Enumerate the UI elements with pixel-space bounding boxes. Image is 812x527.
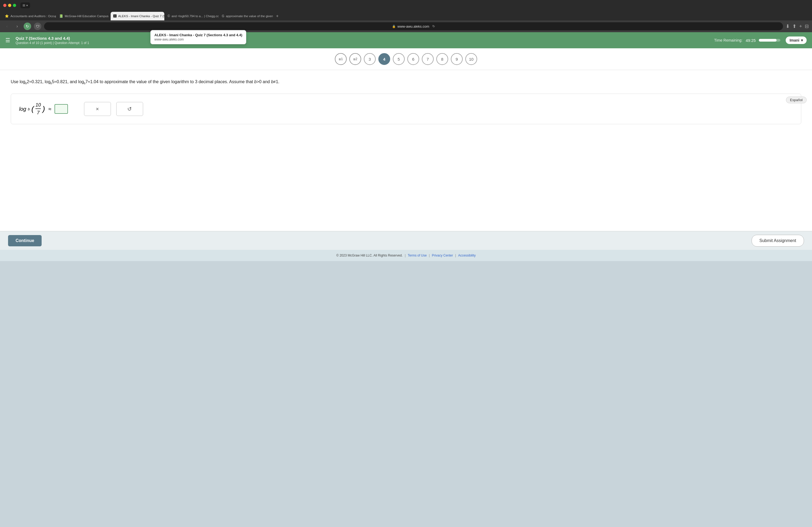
timer-area: Time Remaining: 49:25 [714, 38, 781, 43]
browser-tabs: ⭐ Accountants and Auditors : Occupationa… [0, 11, 812, 20]
q-num-label: 1 [341, 57, 343, 61]
open-paren: ( [31, 105, 34, 113]
q-num-label: 5 [398, 57, 400, 61]
tab-label: and =logb50.794 to a... | Chegg.com [172, 15, 219, 18]
keypad: × ↺ [84, 102, 143, 116]
main-content: Use logb2≈0.321, logb5≈0.821, and logb7≈… [0, 70, 812, 231]
continue-button[interactable]: Continue [8, 235, 42, 246]
tab-chegg[interactable]: © and =logb50.794 to a... | Chegg.com [165, 12, 219, 20]
question-navigation: Español ≡ 1 ≡ 2 3 4 5 6 7 8 9 10 [0, 48, 812, 70]
tab-label: Accountants and Auditors : Occupational … [11, 15, 56, 18]
log-base: b [28, 107, 30, 111]
tab-favicon: 🅰 [113, 14, 117, 18]
question-text: Use logb2≈0.321, logb5≈0.821, and logb7≈… [11, 78, 801, 86]
timer-value: 49:25 [746, 38, 756, 43]
timer-label: Time Remaining: [714, 38, 742, 42]
timer-bar-fill [759, 39, 777, 42]
espanol-button[interactable]: Español [786, 96, 807, 103]
question-nav-9[interactable]: 9 [451, 53, 463, 65]
download-icon[interactable]: ⬇ [786, 23, 790, 29]
shield-icon: 🛡 [34, 22, 41, 30]
tab-label: approximate the value of the given logar… [226, 15, 273, 18]
question-nav-1[interactable]: ≡ 1 [335, 53, 347, 65]
browser-toolbar: ‹ › ↻ 🛡 🔒 www-awu.aleks.com ↻ ⬇ ⬆ + ⊟ [0, 20, 812, 32]
undo-icon: ↺ [127, 106, 132, 112]
q-num-label: 8 [441, 57, 443, 61]
browser-window-controls: ⊞ ▾ [0, 0, 812, 11]
tab-label: McGraw-Hill Education Campus [65, 15, 108, 18]
tab-favicon: 📗 [59, 14, 63, 18]
refresh-button[interactable]: ↻ [24, 22, 31, 30]
question-nav-5[interactable]: 5 [393, 53, 405, 65]
user-name: Imani [789, 38, 799, 42]
user-chevron-icon: ▾ [801, 38, 803, 42]
q-num-label: 2 [356, 57, 358, 61]
close-paren: ) [42, 105, 45, 113]
address-bar[interactable]: 🔒 www-awu.aleks.com ↻ [44, 22, 783, 30]
answer-area: log b ( 10 7 ) ≈ × ↺ [11, 94, 801, 124]
question-nav-6[interactable]: 6 [407, 53, 419, 65]
tab-favicon: G [222, 14, 224, 18]
tooltip-title: ALEKS - Imani Chanka - Quiz 7 (Sections … [155, 33, 242, 37]
page-footer: © 2023 McGraw Hill LLC. All Rights Reser… [0, 250, 812, 261]
approx-sign: ≈ [48, 106, 51, 112]
clear-icon: × [96, 106, 99, 112]
q-num-label: 10 [469, 57, 474, 61]
question-nav-3[interactable]: 3 [364, 53, 376, 65]
answer-input[interactable] [55, 104, 68, 114]
reload-icon: ↻ [432, 25, 435, 28]
q-checkmark-icon: ≡ [338, 57, 341, 61]
quiz-info: Quiz 7 (Sections 4.3 and 4.4) Question 4… [16, 36, 709, 45]
new-tab-button[interactable]: + [274, 12, 280, 20]
fraction: 10 7 [35, 102, 41, 116]
quiz-title: Quiz 7 (Sections 4.3 and 4.4) [16, 36, 709, 41]
question-nav-8[interactable]: 8 [436, 53, 448, 65]
q-num-label: 3 [369, 57, 371, 61]
privacy-link[interactable]: Privacy Center [432, 254, 453, 257]
question-nav-10[interactable]: 10 [465, 53, 477, 65]
question-nav-7[interactable]: 7 [422, 53, 434, 65]
app-footer: Continue Submit Assignment [0, 231, 812, 250]
quiz-meta: Question 4 of 10 (1 point) | Question At… [16, 41, 709, 45]
user-menu-button[interactable]: Imani ▾ [786, 36, 807, 44]
hamburger-menu[interactable]: ☰ [5, 37, 10, 44]
clear-button[interactable]: × [84, 102, 111, 116]
accessibility-link[interactable]: Accessibility [458, 254, 476, 257]
tab-google[interactable]: G approximate the value of the given log… [219, 12, 273, 20]
sidebar-icon[interactable]: ⊟ [805, 23, 809, 29]
submit-assignment-button[interactable]: Submit Assignment [752, 235, 804, 246]
back-button[interactable]: ‹ [3, 22, 11, 30]
tab-mcgrawhill[interactable]: 📗 McGraw-Hill Education Campus [56, 12, 110, 20]
q-checkmark-icon: ≡ [353, 57, 356, 61]
share-icon[interactable]: ⬆ [793, 23, 796, 29]
add-bookmark-icon[interactable]: + [799, 24, 802, 29]
tab-label: ALEKS - Imani Chanka - Quiz 7 (Sections … [118, 15, 164, 18]
fraction-denominator: 7 [37, 109, 40, 116]
undo-button[interactable]: ↺ [116, 102, 143, 116]
url-text: www-awu.aleks.com [397, 25, 429, 28]
q-num-label: 6 [412, 57, 414, 61]
tab-tooltip: ALEKS - Imani Chanka - Quiz 7 (Sections … [150, 30, 246, 44]
q-num-label: 9 [456, 57, 458, 61]
math-expression: log b ( 10 7 ) ≈ [19, 102, 68, 116]
question-nav-2[interactable]: ≡ 2 [349, 53, 361, 65]
tab-accountants[interactable]: ⭐ Accountants and Auditors : Occupationa… [2, 12, 56, 20]
tab-favicon: ⭐ [5, 14, 9, 18]
timer-bar [759, 39, 780, 42]
q-num-label: 4 [383, 57, 385, 61]
question-nav-4[interactable]: 4 [378, 53, 390, 65]
tab-aleks[interactable]: 🅰 ALEKS - Imani Chanka - Quiz 7 (Section… [111, 12, 164, 20]
forward-button[interactable]: › [13, 22, 21, 30]
log-prefix: log [19, 106, 26, 112]
tab-favicon: © [168, 14, 170, 18]
tooltip-url: www-awu.aleks.com [155, 37, 242, 41]
app-header: ☰ Quiz 7 (Sections 4.3 and 4.4) Question… [0, 32, 812, 48]
q-num-label: 7 [427, 57, 429, 61]
copyright-text: © 2023 McGraw Hill LLC. All Rights Reser… [336, 254, 403, 257]
fraction-numerator: 10 [35, 102, 41, 109]
terms-link[interactable]: Terms of Use [408, 254, 427, 257]
lock-icon: 🔒 [392, 25, 396, 28]
